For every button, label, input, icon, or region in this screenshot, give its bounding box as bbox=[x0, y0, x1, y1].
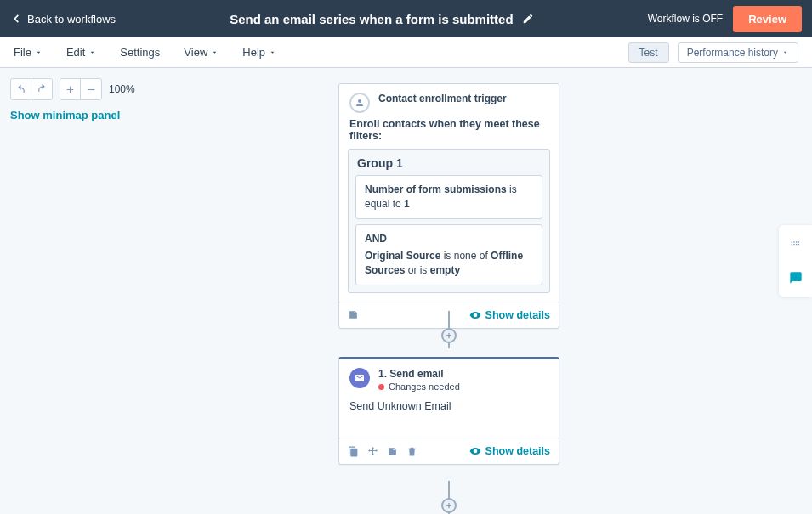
menu-view[interactable]: View bbox=[184, 46, 219, 59]
email-icon bbox=[349, 368, 370, 388]
show-details-link[interactable]: Show details bbox=[469, 445, 550, 457]
performance-history-button[interactable]: Performance history bbox=[678, 42, 798, 63]
trash-icon[interactable] bbox=[406, 446, 417, 457]
menu-help[interactable]: Help bbox=[242, 46, 276, 59]
edit-title-icon[interactable] bbox=[522, 13, 534, 25]
filter-group-title: Group 1 bbox=[355, 156, 542, 170]
menu-settings[interactable]: Settings bbox=[120, 46, 160, 59]
back-to-workflows-link[interactable]: Back to workflows bbox=[10, 13, 116, 25]
eye-icon bbox=[469, 445, 481, 457]
eye-icon bbox=[469, 309, 481, 321]
caret-down-icon bbox=[781, 48, 789, 56]
page-title: Send an email series when a form is subm… bbox=[230, 12, 513, 26]
plus-icon bbox=[445, 501, 453, 510]
menu-edit[interactable]: Edit bbox=[66, 46, 96, 59]
copy-icon[interactable] bbox=[348, 446, 359, 457]
action-status-label: Changes needed bbox=[389, 381, 460, 392]
caret-down-icon bbox=[88, 48, 96, 56]
caret-down-icon bbox=[269, 48, 276, 56]
status-dot-icon bbox=[378, 384, 384, 390]
filter-row[interactable]: AND Original Source is none of Offline S… bbox=[355, 224, 542, 285]
menu-file[interactable]: File bbox=[14, 46, 43, 59]
review-button[interactable]: Review bbox=[733, 6, 802, 32]
trigger-node-title: Contact enrollment trigger bbox=[378, 93, 507, 104]
workflow-state-label: Workflow is OFF bbox=[648, 13, 723, 25]
caret-down-icon bbox=[211, 48, 219, 56]
show-details-link[interactable]: Show details bbox=[469, 309, 550, 321]
trigger-description: Enroll contacts when they meet these fil… bbox=[339, 118, 559, 149]
back-label: Back to workflows bbox=[27, 13, 116, 25]
action-node-title: 1. Send email bbox=[378, 368, 460, 380]
contact-icon bbox=[349, 93, 370, 113]
add-step-button[interactable] bbox=[441, 498, 457, 513]
add-step-button[interactable] bbox=[441, 328, 457, 343]
chevron-left-icon bbox=[10, 13, 22, 25]
caret-down-icon bbox=[35, 48, 43, 56]
note-icon[interactable] bbox=[348, 309, 359, 320]
test-button[interactable]: Test bbox=[628, 42, 669, 63]
plus-icon bbox=[445, 331, 453, 340]
move-icon[interactable] bbox=[367, 446, 378, 457]
trigger-node[interactable]: Contact enrollment trigger Enroll contac… bbox=[338, 83, 559, 329]
filter-row[interactable]: Number of form submissions is equal to 1 bbox=[355, 175, 542, 219]
action-body-text: Send Unknown Email bbox=[339, 397, 559, 438]
filter-group: Group 1 Number of form submissions is eq… bbox=[348, 149, 550, 293]
action-node[interactable]: 1. Send email Changes needed Send Unknow… bbox=[338, 357, 559, 465]
note-icon[interactable] bbox=[387, 446, 398, 457]
